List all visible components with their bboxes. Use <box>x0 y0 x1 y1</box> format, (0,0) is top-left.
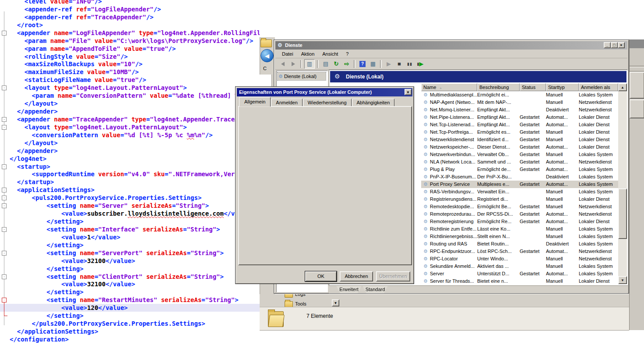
show-console-tree-icon[interactable]: ▥ <box>304 59 315 69</box>
code-line[interactable]: </puls200.PortProxyService.Properties.Se… <box>0 320 260 327</box>
column-header-name[interactable]: Name▴ <box>421 83 477 91</box>
column-header-anmelden-als[interactable]: Anmelden als <box>579 83 618 91</box>
extended-view-icon[interactable]: ▦ <box>368 60 378 68</box>
service-row[interactable]: ⚙Net.Msmq-Listener...Empfängt Akt...Deak… <box>421 106 618 114</box>
maximize-button[interactable]: □ <box>611 42 618 48</box>
code-area[interactable]: <level value="INFO"/> <appender-ref ref=… <box>0 0 260 345</box>
back-icon[interactable] <box>278 60 288 68</box>
stop-service-icon[interactable]: ■ <box>394 60 404 68</box>
fold-box-icon[interactable]: - <box>2 227 7 232</box>
code-line[interactable]: <value>32100</value> <box>0 280 260 288</box>
code-line[interactable]: </root> <box>0 21 260 29</box>
service-row[interactable]: ⚙ServerUnterstützt D...GestartetAutomat.… <box>421 270 618 277</box>
fold-box-icon[interactable]: - <box>2 203 7 208</box>
code-line[interactable]: <setting name="ServerPort" serializeAs="… <box>0 249 260 257</box>
tab-abhängigkeiten[interactable]: Abhängigkeiten <box>352 99 395 107</box>
code-line[interactable]: <appender name="LogFileAppender" type="l… <box>0 29 260 37</box>
dropdown-arrow-icon[interactable]: ▼ <box>332 299 339 306</box>
service-row[interactable]: ⚙RPC-LocatorUnter Windo...ManuellNetzwer… <box>421 255 618 263</box>
code-line[interactable]: </setting> <box>0 217 260 225</box>
code-line[interactable]: </setting> <box>0 265 260 273</box>
fold-box-icon[interactable]: - <box>2 125 7 130</box>
code-line[interactable]: <param name="ConversionPattern" value="%… <box>0 92 260 100</box>
code-line[interactable]: <appender-ref ref="TraceAppender"/> <box>0 13 260 21</box>
xml-editor[interactable]: <level value="INFO"/> <appender-ref ref=… <box>0 0 260 345</box>
code-line[interactable]: <setting name="ClientPort" serializeAs="… <box>0 273 260 281</box>
start-service-icon[interactable]: ▶ <box>384 60 394 68</box>
vertical-scrollbar[interactable]: ▲ ▼ <box>618 83 627 284</box>
forward-icon[interactable] <box>289 60 298 68</box>
service-row[interactable]: ⚙Port Proxy ServiceMultiplexes e...Gesta… <box>421 181 618 188</box>
close-icon[interactable]: × <box>405 89 412 95</box>
code-line[interactable]: </appender> <box>0 147 260 155</box>
service-row[interactable]: ⚙NLA (Network Loca...Sammelt und ...Gest… <box>421 158 618 166</box>
services-window-titlebar[interactable]: ⚙ Dienste _□× <box>275 41 627 50</box>
restart-service-icon[interactable]: ▮▶ <box>415 60 425 68</box>
code-line[interactable]: </applicationSettings> <box>0 327 260 335</box>
minimize-button[interactable]: _ <box>604 42 611 48</box>
service-row[interactable]: ⚙RemoteregistrierungErmöglicht Re...Gest… <box>421 218 618 225</box>
menu-ansicht[interactable]: Ansicht <box>318 50 342 57</box>
fold-box-icon[interactable]: - <box>2 31 7 36</box>
code-line[interactable]: <value>subscriber.lloydslistintelligence… <box>0 210 260 217</box>
service-row[interactable]: ⚙RPC-Endpunktzuor...Löst RPC-Sch...Gesta… <box>421 248 618 255</box>
code-line[interactable]: </setting> <box>0 241 260 249</box>
code-line[interactable]: <appender-ref ref="LogFileAppender"/> <box>0 5 260 13</box>
fold-box-icon[interactable]: - <box>2 196 7 200</box>
code-line[interactable]: </appender> <box>0 107 260 115</box>
column-header-status[interactable]: Status <box>520 83 546 91</box>
code-line[interactable]: <applicationSettings> <box>0 186 260 194</box>
close-button[interactable]: × <box>618 42 625 48</box>
code-line[interactable]: </startup> <box>0 178 260 186</box>
code-line[interactable]: <setting name="Server" serializeAs="Stri… <box>0 202 260 210</box>
code-line[interactable]: </layout> <box>0 100 260 107</box>
code-line[interactable]: <maxSizeRollBackups value="10"/> <box>0 60 260 68</box>
code-line[interactable]: <setting name="Interface" serializeAs="S… <box>0 225 260 233</box>
code-line[interactable]: <puls200.PortProxyService.Properties.Set… <box>0 194 260 202</box>
code-line[interactable]: <rollingStyle value="Size"/> <box>0 53 260 60</box>
tree-item-dienste-lokal[interactable]: ⚙Dienste (Lokal) <box>278 72 326 80</box>
code-line[interactable]: <supportedRuntime version="v4.0" sku=".N… <box>0 170 260 178</box>
refresh-icon[interactable]: ↻ <box>331 60 341 68</box>
column-header-beschreibung[interactable]: Beschreibung <box>477 83 520 91</box>
tab-allgemein[interactable]: Allgemein <box>239 97 271 107</box>
fold-box-icon[interactable]: - <box>2 188 7 192</box>
service-row[interactable]: ⚙Sekundäre Anmeld...Aktiviert das ...Man… <box>421 263 618 270</box>
column-header-starttyp[interactable]: Starttyp <box>546 83 579 91</box>
help-icon[interactable]: ? <box>358 60 367 68</box>
uebernehmen-button[interactable]: Übernehmen <box>376 271 410 281</box>
service-row[interactable]: ⚙Routing und RASBietet Routin...Deaktivi… <box>421 240 618 248</box>
menu-aktion[interactable]: Aktion <box>297 50 319 57</box>
code-line[interactable]: <layout type="log4net.Layout.PatternLayo… <box>0 123 260 131</box>
service-row[interactable]: ⚙Net.Pipe-Listenera...Empfängt Akt...Ges… <box>421 114 618 121</box>
scroll-thumb[interactable] <box>618 189 627 239</box>
service-row[interactable]: ⚙Richtlinie zum Entfe...Lässt eine Ko...… <box>421 225 618 233</box>
back-button[interactable]: ◀ <box>260 49 274 62</box>
code-line[interactable]: <value>120</value> <box>0 304 260 312</box>
code-line[interactable]: <appender name="TraceAppender" type="log… <box>0 115 260 123</box>
service-row[interactable]: ⚙NAP-Agent (Netwo...Mit dem NAP-...Manue… <box>421 99 618 106</box>
fold-box-selected-icon[interactable]: - <box>2 298 7 302</box>
service-row[interactable]: ⚙Net.Tcp-Listenerad...Empfängt Akt...Ges… <box>421 121 618 128</box>
service-row[interactable]: ⚙NetzwerklistendienstIdentifiziert d...G… <box>421 136 618 143</box>
service-row[interactable]: ⚙Server für Threads...Bietet eine n...Ma… <box>421 277 618 285</box>
code-line[interactable]: <setting name="RestartMinutes" serialize… <box>0 296 260 304</box>
service-row[interactable]: ⚙Richtlinienergebniss...Stellt einen N..… <box>421 233 618 240</box>
service-row[interactable]: ⚙Netzwerkverbindun...Verwaltet Ob...Gest… <box>421 151 618 158</box>
code-line[interactable]: <maximumFileSize value="10MB"/> <box>0 68 260 76</box>
abbrechen-button[interactable]: Abbrechen <box>340 271 373 281</box>
code-line[interactable]: <startup> <box>0 163 260 171</box>
service-row[interactable]: ⚙Netzwerkspeicher-...Dieser Dienst...Ges… <box>421 143 618 151</box>
service-row[interactable]: ⚙Remoteprozedurau...Der RPCSS-Di...Gesta… <box>421 210 618 218</box>
fold-box-icon[interactable]: - <box>2 85 7 90</box>
view-tab-standard[interactable]: Standard <box>362 286 388 293</box>
scroll-up-button[interactable]: ▲ <box>618 83 627 91</box>
service-row[interactable]: ⚙Registrierungsdiens...Registriert di...… <box>421 196 618 203</box>
service-row[interactable]: ⚙Plug & PlayErmöglicht de...GestartetAut… <box>421 166 618 173</box>
properties-icon[interactable]: ▤ <box>321 60 331 68</box>
fold-box-icon[interactable]: - <box>2 274 7 279</box>
fold-box-icon[interactable]: - <box>2 117 7 122</box>
menu-datei[interactable]: Datei <box>278 50 297 57</box>
code-line[interactable]: <value>32100</value> <box>0 257 260 265</box>
service-row[interactable]: ⚙Net.Tcp-Portfreiga...Ermöglicht es...Ge… <box>421 128 618 136</box>
